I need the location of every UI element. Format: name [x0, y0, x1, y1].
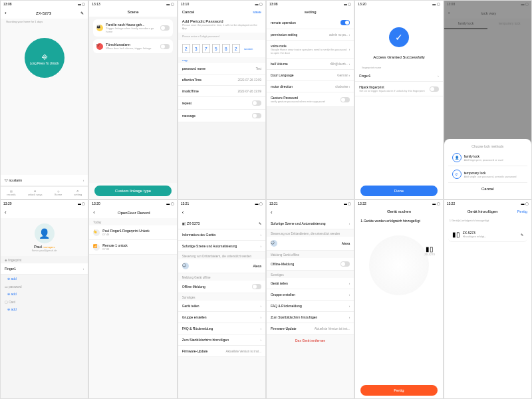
screen-search: 13:22▬ ▢ Gerät suchen 1-Geräte wurden er…	[354, 200, 443, 399]
screen-access-granted: 13:20▬ ▢ ✓ Access Granted Successfully f…	[354, 0, 443, 200]
add-fingerprint[interactable]: ⊕ add	[1, 275, 88, 283]
add-password[interactable]: ⊕ add	[1, 290, 88, 298]
done-button[interactable]: Done	[360, 186, 437, 196]
save-button[interactable]: save	[253, 10, 261, 14]
remove-device[interactable]: Das Gerät entfernen	[267, 334, 354, 346]
edit-icon[interactable]: ✎	[80, 11, 84, 15]
screen-setting: 13:08▬ ▢ setting remote operation permis…	[266, 0, 354, 200]
device-title: ZX-5273	[7, 11, 81, 15]
screen-record: 13:20▬ ▢ ‹OpenDoor Record Today 👆Paul Fi…	[88, 200, 177, 399]
screen-device-info: 13:21▬ ▢ ‹ ▮▯ ZX-5273✎ Information des G…	[178, 200, 266, 399]
edit-icon[interactable]: ✎	[521, 233, 523, 237]
alarm-status: 🛡 no alarm›	[1, 175, 88, 186]
random-link[interactable]: random	[244, 47, 253, 51]
done-button[interactable]: Fertig	[517, 209, 527, 213]
cancel-button[interactable]: Cancel	[182, 10, 195, 14]
toggle[interactable]	[160, 44, 170, 49]
screen-device-info2: 13:21▬ ▢ ‹ Sofortige Szene und Automatis…	[266, 200, 354, 399]
check-icon: ✓	[389, 27, 409, 47]
done-button[interactable]: Fertig	[360, 385, 437, 396]
add-card[interactable]: ⊕ add	[1, 305, 88, 313]
toggle[interactable]	[160, 25, 170, 31]
added-device[interactable]: ▮▯ZX-5273Hinzufügen erfolgt...✎	[448, 227, 527, 242]
remote-toggle[interactable]	[340, 20, 350, 25]
cancel-button[interactable]: Cancel	[448, 183, 527, 195]
screen-add-password: 13:10▬ ▢ Cancelsave Add Periodic Passwor…	[178, 0, 266, 200]
screen-add-device: 13:22▬ ▢ Gerät hinzufügenFertig 1 Gerät(…	[444, 200, 532, 399]
record-item: 📶Remote 1 unlock07:00	[89, 240, 176, 255]
edit-icon[interactable]: ✎	[259, 221, 261, 225]
unlock-button[interactable]: ⎆Long Press To Unlock	[25, 38, 65, 78]
family-lock-option[interactable]: 👤family lockAdd fingerprint, password or…	[448, 150, 527, 166]
password-input[interactable]: 237582	[178, 40, 244, 57]
screen-lock-way: 13:08▬ ▢ ‹lock way family locktemporary …	[444, 0, 532, 200]
temporary-lock-option[interactable]: ⏱temporary lockAdd single use password, …	[448, 166, 527, 183]
record-item: 👆Paul Finger1 Fingerprint Unlock07:49	[89, 225, 176, 240]
copy-link[interactable]: copy	[178, 57, 265, 63]
screen-home: 13:08▬ ▢ ‹ZX-5273✎ Guarding your home fo…	[0, 0, 88, 200]
screen-scene: 13:13▬ ▢ Scene 👪Familie nach Hause geh..…	[88, 0, 177, 200]
screen-user: 13:20▬ ▢ ‹ 👤 Paul managers florvin.paul@…	[0, 200, 88, 399]
scene-alarm[interactable]: 🛡TürschlossalarmWhen door lock alarms, t…	[93, 39, 172, 53]
tab-bar[interactable]: ▤records⊞unlock ways◎Scene⚙setting	[1, 186, 88, 199]
avatar: 👤	[35, 223, 55, 243]
lock-method-modal: Choose lock methods 👤family lockAdd fing…	[444, 139, 531, 199]
custom-linkage-button[interactable]: Custom linkage type	[94, 186, 171, 196]
scene-family[interactable]: 👪Familie nach Hause geh...Trigger linkag…	[93, 19, 172, 37]
